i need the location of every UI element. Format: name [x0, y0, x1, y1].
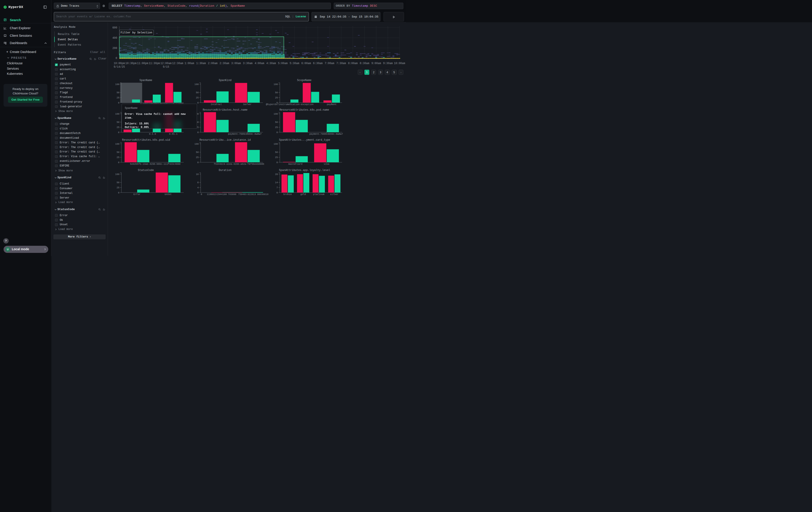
svg-text:50: 50: [275, 121, 278, 124]
svg-text:2:30am: 2:30am: [220, 62, 229, 65]
svg-text:25: 25: [117, 97, 119, 99]
svg-text:ResourceAttributes.host.name: ResourceAttributes.host.name: [203, 108, 248, 111]
svg-text:50: 50: [117, 181, 119, 184]
svg-text:8:00am: 8:00am: [348, 62, 357, 65]
svg-text:100: 100: [195, 143, 199, 145]
svg-text:11:30pm: 11:30pm: [149, 62, 160, 65]
svg-text:28: 28: [275, 173, 278, 176]
svg-text:6:30am: 6:30am: [313, 62, 323, 65]
svg-text:200: 200: [112, 47, 117, 50]
svg-text:6:00am: 6:00am: [301, 62, 311, 65]
svg-text:7:00am: 7:00am: [325, 62, 334, 65]
svg-text:9/15: 9/15: [163, 65, 169, 69]
svg-text:2:00am: 2:00am: [208, 62, 218, 65]
svg-text:4:30am: 4:30am: [266, 62, 276, 65]
svg-text:0: 0: [197, 161, 199, 164]
svg-text:12:30am: 12:30am: [172, 62, 183, 65]
svg-text:SpanAttributes...yment.card_ty: SpanAttributes...yment.card_type: [279, 138, 330, 141]
svg-text:SpanName: SpanName: [139, 79, 152, 82]
svg-text:5:30am: 5:30am: [290, 62, 299, 65]
svg-text:12:00am: 12:00am: [160, 62, 171, 65]
svg-text:0: 0: [277, 161, 278, 164]
svg-text:8: 8: [197, 181, 199, 184]
svg-text:StatusCode: StatusCode: [138, 169, 154, 172]
svg-text:silver: silver: [330, 193, 339, 196]
svg-text:bronze: bronze: [284, 193, 292, 196]
svg-text:0.51.1: 0.51.1: [169, 133, 177, 135]
svg-text:100: 100: [274, 113, 278, 115]
svg-text:25: 25: [117, 156, 119, 159]
svg-text:0: 0: [116, 57, 117, 60]
svg-text:0: 0: [277, 131, 278, 134]
svg-text:10:30pm: 10:30pm: [125, 62, 137, 65]
svg-text:50: 50: [196, 91, 199, 94]
svg-text:50: 50: [275, 151, 278, 154]
svg-text:50: 50: [196, 151, 199, 154]
svg-text:7: 7: [277, 186, 278, 189]
svg-text:99930810: 99930810: [257, 193, 268, 196]
svg-text:16: 16: [196, 173, 199, 176]
svg-text:SpanAttributes.app.loyalty.lev: SpanAttributes.app.loyalty.level: [279, 169, 330, 172]
svg-text:25: 25: [117, 186, 119, 189]
svg-text:Error: Error: [134, 193, 141, 196]
svg-text:3:00am: 3:00am: [231, 62, 241, 65]
svg-text:payment-7985c8969c-mwmw7: payment-7985c8969c-mwmw7: [228, 133, 261, 135]
svg-text:50: 50: [117, 121, 119, 124]
svg-text:400: 400: [112, 36, 117, 39]
svg-text:25: 25: [275, 97, 278, 99]
svg-text:0: 0: [197, 102, 199, 104]
svg-text:100: 100: [115, 83, 119, 86]
svg-text:100: 100: [115, 113, 119, 115]
svg-text:0: 0: [118, 191, 119, 194]
svg-text:0: 0: [201, 193, 202, 196]
svg-text:visa: visa: [324, 163, 329, 165]
svg-text:5e02b5fb-13ae-4296-bbbc-111f42: 5e02b5fb-13ae-4296-bbbc-111f423c460d: [130, 163, 180, 165]
svg-text:0: 0: [118, 102, 119, 104]
svg-text:SpanKind: SpanKind: [219, 79, 232, 82]
svg-text:0: 0: [197, 131, 199, 134]
svg-text:ResourceAttribu..ice.instance.: ResourceAttribu..ice.instance.id: [199, 138, 251, 141]
svg-text:1:00am: 1:00am: [184, 62, 194, 65]
svg-text:4: 4: [197, 186, 199, 189]
svg-text:759483: 759483: [238, 193, 246, 196]
svg-text:10:00pm: 10:00pm: [114, 62, 125, 65]
svg-text:25: 25: [275, 156, 278, 159]
svg-text:Server: Server: [243, 103, 252, 106]
svg-text:822013: 822013: [248, 193, 256, 196]
svg-text:25: 25: [117, 126, 119, 129]
svg-text:7:30am: 7:30am: [337, 62, 346, 65]
svg-text:gold: gold: [300, 193, 306, 196]
svg-text:25: 25: [275, 126, 278, 129]
svg-text:11:00pm: 11:00pm: [137, 62, 148, 65]
svg-text:ScopeName: ScopeName: [297, 79, 312, 82]
svg-text:9:30am: 9:30am: [383, 62, 393, 65]
svg-text:Unset: Unset: [165, 193, 172, 196]
svg-text:100: 100: [274, 143, 278, 145]
svg-text:50: 50: [117, 151, 119, 154]
svg-text:0: 0: [277, 191, 278, 194]
svg-text:ResourceAttributes.k8s.pod.nam: ResourceAttributes.k8s.pod.name: [280, 108, 329, 111]
svg-text:platinum: platinum: [313, 193, 324, 196]
svg-text:@hyperdx/instrumentation-excep: @hyperdx/instrumentation-exception: [266, 103, 314, 106]
svg-text:ResourceAttributes.k8s.pod.uid: ResourceAttributes.k8s.pod.uid: [122, 138, 170, 141]
svg-text:4:00am: 4:00am: [255, 62, 264, 65]
svg-text:3:30am: 3:30am: [243, 62, 253, 65]
svg-text:14: 14: [275, 181, 278, 184]
svg-text:50: 50: [275, 91, 278, 94]
svg-text:1:30am: 1:30am: [196, 62, 206, 65]
svg-text:8:30am: 8:30am: [360, 62, 369, 65]
svg-text:1198813: 1198813: [207, 193, 216, 196]
svg-text:100: 100: [115, 143, 119, 145]
svg-text:0: 0: [197, 191, 199, 194]
svg-text:0.1.0: 0.1.0: [149, 133, 156, 135]
svg-text:0: 0: [118, 161, 119, 164]
svg-text:payment: payment: [327, 103, 337, 106]
svg-text:payment-7985c8969c-mwmw7: payment-7985c8969c-mwmw7: [309, 133, 343, 135]
svg-text:600: 600: [112, 26, 117, 29]
svg-text:f5344ec9-a1ea-4290-a62a-78f5be: f5344ec9-a1ea-4290-a62a-78f5bee8d90b: [214, 163, 264, 165]
svg-text:9/14/25: 9/14/25: [114, 65, 125, 69]
svg-text:Internal: Internal: [210, 103, 222, 106]
svg-text:100: 100: [115, 173, 119, 176]
svg-text:50: 50: [117, 91, 119, 94]
svg-text:25: 25: [196, 97, 199, 99]
